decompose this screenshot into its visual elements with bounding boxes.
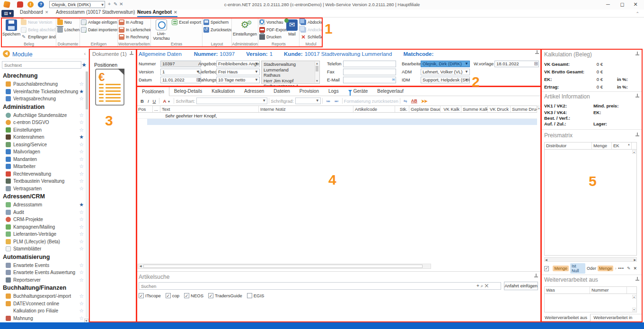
column-artikelcode[interactable]: Artikelcode <box>353 106 395 112</box>
favorite-star-icon[interactable]: ☆ <box>79 113 84 118</box>
remove-filter-icon[interactable]: ✕ <box>633 266 637 271</box>
favorite-star-icon[interactable]: ☆ <box>79 171 84 177</box>
favorite-star-icon[interactable]: ☆ <box>79 96 84 101</box>
mail-button[interactable]: Mail <box>285 18 299 41</box>
column-text[interactable]: Text <box>160 106 259 112</box>
chevron-down-icon[interactable]: ▼ <box>255 69 258 75</box>
font-size-dropdown[interactable]: ▼ <box>295 98 321 104</box>
sidebar-item-mandanten[interactable]: Mandanten☆ <box>3 156 86 163</box>
sidebar-item-pauschalabrechnung[interactable]: Pauschalabrechnung☆ <box>3 80 86 88</box>
underline-button[interactable]: U <box>151 98 158 104</box>
kunde-address-box[interactable]: Stadtverwaltung Lummerland Rathaus Herr … <box>261 61 320 84</box>
favorite-star-icon[interactable]: ☆ <box>79 178 84 184</box>
checkbox-neos[interactable] <box>184 293 189 298</box>
tab-provision[interactable]: Provision <box>295 86 324 96</box>
sidebar-item-vereinfachte-ticketabrechnung[interactable]: Vereinfachte Ticketabrechnung★ <box>3 88 86 96</box>
sidebar-item-einstellungen[interactable]: Einstellungen☆ <box>3 126 86 134</box>
favorite-star-icon[interactable]: ☆ <box>79 231 84 237</box>
favorite-star-icon[interactable]: ☆ <box>79 127 84 133</box>
drucken-button[interactable]: Drucken <box>259 33 285 41</box>
favorite-star-icon[interactable]: ★ <box>79 202 84 207</box>
tab-belegverlauf[interactable]: Belegverlauf <box>372 86 408 96</box>
sidebar-item-adressstamm[interactable]: Adressstamm★ <box>3 201 86 209</box>
save-button[interactable]: Speichern <box>2 18 20 41</box>
andocken-button[interactable]: Andocken <box>300 26 322 34</box>
favorite-star-icon[interactable]: ☆ <box>79 293 84 299</box>
column-nummer[interactable]: Nummer <box>590 287 627 293</box>
scrollbar-thumb[interactable] <box>143 265 423 268</box>
schliessen-button[interactable]: Schließen <box>300 33 322 41</box>
sidebar-item-c-entron-dsgvo[interactable]: c-entron DSGVO☆ <box>3 119 86 126</box>
sidebar-item-vertragsabrechnung[interactable]: Vertragsabrechnung☆ <box>3 95 86 103</box>
empfaenger-aendern-button[interactable]: Empfänger ändern <box>20 33 56 41</box>
chevron-down-icon[interactable]: ▼ <box>255 77 258 83</box>
in-lieferschein-button[interactable]: In Lieferschein <box>118 26 151 34</box>
more-options-icon[interactable]: ••• <box>618 266 624 271</box>
favorite-star-icon[interactable]: ☆ <box>79 81 84 87</box>
sidebar-item-lieferanten-vertraege[interactable]: Lieferanten-Verträge☆ <box>3 231 86 238</box>
sidebar-item-buchhaltungsexport-import[interactable]: Buchhaltungsexport/-import☆ <box>3 293 86 300</box>
sidebar-item-crm-projekte[interactable]: CRM-Projekte☆ <box>3 216 86 223</box>
favorite-star-icon[interactable]: ☆ <box>79 301 84 306</box>
sidebar-item-leasing-service[interactable]: Leasing/Service☆ <box>3 141 86 149</box>
column-ek[interactable]: EK▲ <box>612 142 632 149</box>
favorite-star-icon[interactable]: ☆ <box>79 186 84 191</box>
pin-icon[interactable] <box>534 274 538 278</box>
zahlungsk-dropdown[interactable]: 10 Tage netto▼ <box>216 77 260 83</box>
favorite-star-icon[interactable]: ☆ <box>79 316 84 321</box>
scroll-left-icon[interactable]: ◀ <box>138 264 143 268</box>
sidebar-item-mahnung[interactable]: Mahnung☆ <box>3 315 86 322</box>
calendar-icon[interactable]: ⊞ <box>534 61 538 67</box>
column-summe-druck[interactable]: Summe Druck <box>511 106 537 112</box>
column-dots[interactable]: ... <box>153 106 160 112</box>
preismatrix-hscrollbar[interactable]: ◀▶ <box>544 257 637 262</box>
main-menu-button[interactable]: ▤ ▾ <box>1 10 14 17</box>
chevron-down-icon[interactable]: ▼ <box>465 61 468 67</box>
lieferbed-dropdown[interactable]: Frei Haus▼ <box>216 69 260 75</box>
abdocken-button[interactable]: Abdocken <box>300 18 322 26</box>
scroll-down-icon[interactable]: ▼ <box>632 308 636 311</box>
font-family-dropdown[interactable]: ▼ <box>196 98 267 104</box>
sidebar-item-aufschlaege-stundensaetze[interactable]: Aufschläge Stundensätze☆ <box>3 112 86 119</box>
scroll-left-icon[interactable]: ◀ <box>545 258 547 261</box>
sidebar-item-vertragsarten[interactable]: Vertragsarten☆ <box>3 185 86 193</box>
spellcheck-icon[interactable]: AB <box>409 98 419 103</box>
checkbox-tradersguide[interactable] <box>208 293 213 298</box>
paragraph-mark-icon[interactable]: ⇋ <box>402 98 409 104</box>
chevron-down-icon[interactable]: ▼ <box>316 98 319 104</box>
chevron-right-icon[interactable]: › <box>615 266 616 271</box>
selected-empty-row[interactable] <box>147 119 537 125</box>
horizontal-scrollbar[interactable]: ◀ <box>138 264 431 269</box>
tab-dateien[interactable]: Dateien <box>269 86 294 96</box>
sidebar-item-reportserver[interactable]: Reportserver☆ <box>3 276 86 284</box>
italic-button[interactable]: I <box>146 98 151 104</box>
column-vk-kalk[interactable]: VK Kalk <box>441 106 461 112</box>
scroll-right-icon[interactable]: ▶ <box>634 258 636 261</box>
sidebar-item-kontenrahmen[interactable]: Kontenrahmen★ <box>3 133 86 141</box>
favorite-star-icon[interactable]: ★ <box>79 134 84 140</box>
reset-format-button[interactable]: Formatierung zurücksetzen <box>344 98 398 104</box>
position-row-greeting[interactable]: Sehr geehrter Herr Knopf, <box>137 113 537 119</box>
add-icon[interactable]: + <box>476 283 481 288</box>
idm-dropdown[interactable]: Support, Helpdesk (SUPP)▼ <box>421 77 470 83</box>
scroll-down-icon[interactable]: ▼ <box>315 79 319 83</box>
numbered-list-icon[interactable]: ≕ <box>332 98 341 104</box>
scroll-up-icon[interactable]: ▲ <box>537 106 541 110</box>
collapse-ribbon-icon[interactable]: ⌃ <box>635 11 639 16</box>
tab-weiterverarbeitet-aus[interactable]: Weiterverarbeitet aus <box>541 314 591 321</box>
favorite-star-icon[interactable]: ☆ <box>79 217 84 222</box>
tab-weiterverarbeitet-in[interactable]: Weiterverarbeitet in <box>591 314 635 321</box>
wvorlage-field[interactable]: 18.01.2022⊞ <box>494 61 539 67</box>
favorite-star-icon[interactable]: ☆ <box>79 157 84 162</box>
layout-speichern-button[interactable]: Speichern <box>203 18 232 26</box>
column-summe-kalk[interactable]: Summe Kalk <box>461 106 488 112</box>
edit-filter-icon[interactable]: ✎ <box>627 266 631 271</box>
sidebar-item-audit[interactable]: Audit☆ <box>3 209 86 216</box>
pin-icon[interactable] <box>635 133 639 137</box>
filter-checkbox[interactable] <box>544 266 549 271</box>
chevron-down-icon[interactable]: ▼ <box>262 98 266 104</box>
sidebar-item-plm[interactable]: PLM (Lifecycle) (Beta)☆ <box>3 238 86 246</box>
sidebar-item-kalkulation-pro-filiale[interactable]: Kalkulation pro Filiale☆ <box>3 307 86 315</box>
filter-field-chip[interactable]: Menge <box>553 266 569 271</box>
sidebar-item-erwartete-events[interactable]: Erwartete Events☆ <box>3 262 86 269</box>
